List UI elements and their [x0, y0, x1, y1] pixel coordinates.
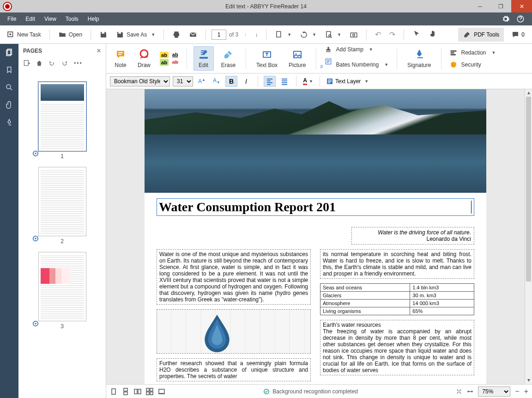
menu-edit[interactable]: Edit: [21, 12, 40, 25]
main-toolbar: New Task Open Save As ▼ of 3 ↑ ↓ ▼ ▼ ▼ ↶…: [0, 25, 532, 44]
rotate-left-icon[interactable]: [48, 60, 55, 67]
align-left-button[interactable]: [264, 76, 276, 87]
fullscreen-button[interactable]: [158, 388, 165, 395]
erase-tool[interactable]: Erase: [218, 47, 239, 70]
redaction-button[interactable]: Redaction ▼: [448, 48, 497, 57]
close-button[interactable]: ✕: [511, 0, 532, 12]
hand-tool-button[interactable]: [426, 28, 440, 41]
underline-icon[interactable]: ab: [172, 52, 178, 58]
separator: [366, 29, 367, 40]
infographic-block[interactable]: [157, 309, 311, 354]
continuous-view-button[interactable]: [122, 388, 129, 395]
bates-button[interactable]: # Bates Numbering ▼: [323, 57, 390, 73]
scroll-track[interactable]: [525, 97, 532, 377]
add-stamp-button[interactable]: Add Stamp ▼: [323, 45, 390, 54]
redo-icon: ↷: [389, 30, 395, 39]
menu-help[interactable]: Help: [83, 12, 104, 25]
settings-icon[interactable]: [502, 15, 510, 23]
rotate-right-icon[interactable]: [61, 60, 68, 67]
italic-button[interactable]: I: [240, 76, 252, 87]
menu-tools[interactable]: Tools: [61, 12, 83, 25]
undo-button[interactable]: ↶: [372, 28, 384, 41]
edit-tool[interactable]: Edit: [193, 46, 214, 71]
single-page-view-button[interactable]: [110, 388, 117, 395]
page-thumbnail-3[interactable]: 3: [30, 252, 95, 330]
add-page-icon[interactable]: [23, 60, 30, 67]
menu-view[interactable]: View: [40, 12, 61, 25]
scroll-down-icon[interactable]: ▾: [527, 377, 530, 384]
align-justify-button[interactable]: [278, 76, 290, 87]
textbox-tool[interactable]: Text Box: [253, 47, 281, 70]
increase-font-button[interactable]: A▲: [196, 76, 208, 87]
find-button[interactable]: ▼: [322, 29, 344, 41]
two-page-cont-button[interactable]: [146, 388, 153, 395]
search-tab[interactable]: [4, 82, 15, 93]
font-family-select[interactable]: Bookman Old Style: [110, 76, 170, 86]
vertical-scrollbar[interactable]: ▴ ▾: [525, 89, 532, 384]
pointer-tool-button[interactable]: [410, 28, 423, 41]
font-color-button[interactable]: A▼: [302, 76, 314, 87]
text-block[interactable]: Water is one of the most unique and myst…: [157, 249, 311, 305]
maximize-button[interactable]: ❐: [490, 0, 511, 12]
print-button[interactable]: [169, 29, 183, 41]
minimize-button[interactable]: ─: [470, 0, 490, 12]
zoom-in-button[interactable]: +: [524, 387, 528, 396]
signature-tool[interactable]: Signature: [404, 47, 435, 70]
text-block[interactable]: Further research showed that a seemingly…: [157, 358, 311, 381]
zoom-select[interactable]: 75%: [478, 386, 510, 397]
quote-author: Leonardo da Vinci: [355, 236, 471, 242]
scroll-up-icon[interactable]: ▴: [527, 89, 530, 97]
text-layer-button[interactable]: Text Layer ▼: [326, 76, 369, 87]
save-button[interactable]: [97, 29, 110, 41]
fit-page-button[interactable]: [456, 388, 462, 395]
menu-file[interactable]: File: [3, 12, 21, 25]
help-icon[interactable]: [516, 15, 525, 23]
svg-rect-28: [124, 392, 127, 395]
scroll-thumb[interactable]: [526, 97, 531, 282]
picture-tool[interactable]: Picture: [285, 47, 309, 70]
two-page-view-button[interactable]: [134, 388, 141, 395]
fit-width-button[interactable]: [467, 388, 473, 395]
signatures-tab[interactable]: [4, 117, 15, 128]
data-table[interactable]: Seas and oceans1.4 bln km3 Glaciers30 m.…: [320, 283, 474, 315]
page-thumbnail-2[interactable]: 2: [30, 167, 95, 245]
zoom-out-button[interactable]: −: [515, 387, 519, 396]
redo-button[interactable]: ↷: [387, 28, 398, 41]
add-page-button[interactable]: ▼: [272, 29, 294, 41]
strikeout-icon[interactable]: ab: [172, 59, 178, 66]
pages-panel-tab[interactable]: [4, 47, 15, 58]
attachments-tab[interactable]: [4, 99, 15, 110]
next-page-button[interactable]: ↓: [252, 30, 260, 40]
save-as-button[interactable]: Save As ▼: [113, 29, 158, 41]
note-tool[interactable]: Note: [111, 47, 130, 70]
highlight-icon[interactable]: ab: [160, 52, 169, 58]
document-viewport[interactable]: Water Consumption Report 201 Water is th…: [106, 89, 525, 384]
decrease-font-button[interactable]: A▼: [211, 76, 223, 87]
page-thumbnail-1[interactable]: 1: [30, 82, 95, 159]
rotate-button[interactable]: ▼: [297, 29, 319, 41]
text-block[interactable]: Earth's water resources The freezing of …: [320, 320, 474, 375]
email-button[interactable]: [186, 29, 200, 41]
security-button[interactable]: Security: [448, 60, 497, 69]
pdf-tools-button[interactable]: PDF Tools: [458, 28, 504, 42]
delete-page-icon[interactable]: [36, 60, 42, 67]
section-heading: Earth's water resources: [323, 322, 472, 328]
text-block[interactable]: its normal temperature in scorching heat…: [320, 249, 474, 279]
ocr-button[interactable]: [347, 29, 361, 41]
prev-page-button[interactable]: ↑: [241, 30, 249, 40]
bookmarks-tab[interactable]: [4, 64, 15, 75]
close-panel-button[interactable]: ✕: [97, 48, 101, 54]
svg-rect-3: [326, 31, 331, 37]
bold-button[interactable]: B: [225, 76, 237, 87]
quote-block[interactable]: Water is the driving force of all nature…: [351, 227, 474, 245]
more-icon[interactable]: •••: [74, 60, 83, 67]
highlight2-icon[interactable]: ab: [160, 59, 169, 66]
page-number-input[interactable]: [212, 30, 226, 40]
new-task-button[interactable]: New Task: [4, 29, 44, 41]
draw-tool[interactable]: Draw: [134, 47, 154, 70]
document-title-edit[interactable]: Water Consumption Report 201: [157, 198, 474, 216]
comments-button[interactable]: 0: [508, 31, 528, 39]
font-size-select[interactable]: 31: [173, 76, 193, 86]
table-cell: Atmosphere: [320, 300, 410, 307]
open-button[interactable]: Open: [55, 29, 85, 41]
